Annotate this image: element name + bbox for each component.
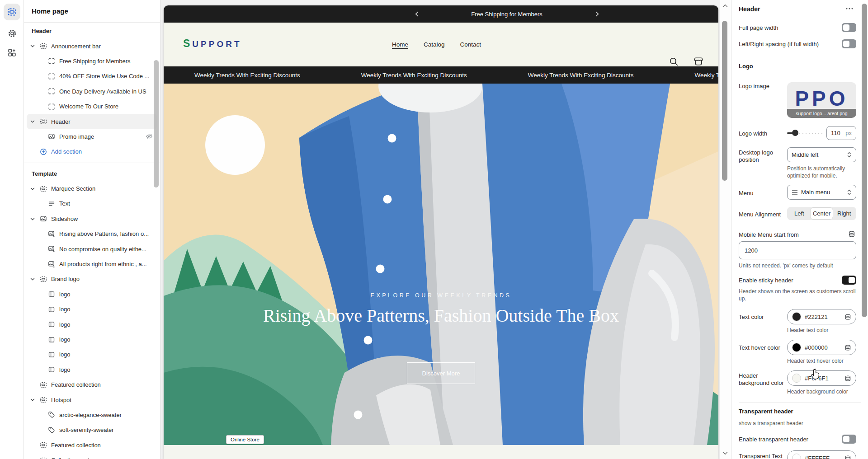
logo-width-slider[interactable] <box>787 130 824 136</box>
tree-item[interactable]: Featured collection <box>27 438 157 453</box>
overflow-menu-icon[interactable] <box>845 7 854 10</box>
full-page-width-toggle[interactable] <box>842 23 856 32</box>
tree-item[interactable]: Header <box>27 114 157 129</box>
dynamic-source-icon[interactable] <box>844 314 851 320</box>
rail-settings-button[interactable] <box>4 25 20 42</box>
site-logo-first-letter: S <box>183 37 192 49</box>
tree-item[interactable]: All products right from ethnic , a... <box>27 257 157 272</box>
hotspot-dot[interactable] <box>388 134 396 143</box>
shop-account-icon[interactable] <box>693 56 703 66</box>
tree-item[interactable]: No compromise on quality eithe... <box>27 241 157 256</box>
tree-item[interactable]: Featured collection <box>27 377 157 392</box>
tree-item-label: Free Shipping for Members <box>59 58 131 65</box>
tree-item[interactable]: Collections category <box>27 453 157 459</box>
menu-select[interactable]: Main menu <box>787 185 856 200</box>
eye-off-icon[interactable] <box>146 133 153 140</box>
tree-item-label: soft-serenity-sweater <box>59 426 114 433</box>
enable-transparent-toggle[interactable] <box>842 435 856 444</box>
tree-item[interactable]: Rising above Patterns, fashion o... <box>27 226 157 241</box>
tree-item[interactable]: Marquee Section <box>27 181 157 196</box>
nav-link[interactable]: Catalog <box>424 41 445 48</box>
panel-scrollbar-thumb[interactable] <box>862 4 867 317</box>
header-bg-color-field[interactable]: #F6F6F1 <box>787 370 856 386</box>
preview-scrollbar-thumb[interactable] <box>722 21 727 181</box>
scroll-up-icon[interactable] <box>722 4 728 8</box>
tree-item[interactable]: logo <box>27 302 157 317</box>
transparent-header-desc: show a transparent header <box>739 420 861 427</box>
lr-spacing-toggle[interactable] <box>842 39 856 48</box>
tree-item[interactable]: Brand logo <box>27 272 157 286</box>
tree-item[interactable]: logo <box>27 347 157 362</box>
hotspot-dot[interactable] <box>376 265 385 273</box>
chevron-down-icon[interactable] <box>29 396 36 403</box>
text-color-field[interactable]: #222121 <box>787 309 856 324</box>
announcement-bar[interactable]: Free Shipping for Members <box>164 5 718 23</box>
logo-image-thumbnail[interactable]: PPO support-logo... arent.png <box>787 82 856 118</box>
mobile-menu-input[interactable] <box>739 241 856 259</box>
chevron-down-icon[interactable] <box>29 185 36 192</box>
hotspot-dot[interactable] <box>364 336 373 345</box>
tree-item[interactable]: logo <box>27 362 157 377</box>
transparent-text-color-field[interactable]: #FFFFFF <box>787 450 856 459</box>
tree-item[interactable]: Slideshow <box>27 211 157 226</box>
tree-group-header-items: Announcement bar Free Shipping for Membe… <box>24 38 160 159</box>
announcement-next-icon[interactable] <box>594 11 600 17</box>
tree-item-label: Hotspot <box>51 397 71 403</box>
segment-option[interactable]: Right <box>833 208 855 219</box>
hotspot-dot[interactable] <box>383 195 392 204</box>
tree-item[interactable]: Welcome To Our Store <box>27 99 157 114</box>
column-icon <box>48 306 55 313</box>
tree-item[interactable]: soft-serenity-sweater <box>27 422 157 437</box>
desktop-logo-position-select[interactable]: Middle left <box>787 147 856 162</box>
tree-item[interactable]: Promo image <box>27 129 157 144</box>
column-icon <box>48 336 55 343</box>
rail-sections-button[interactable] <box>4 4 20 20</box>
announcement-prev-icon[interactable] <box>414 11 420 17</box>
segment-option[interactable]: Center <box>811 208 833 219</box>
logo-image-label: Logo image <box>739 83 785 90</box>
tree-group-label-header: Header <box>24 23 160 38</box>
slider-handle[interactable] <box>792 130 798 136</box>
tree-item[interactable]: One Day Delivery Available in US <box>27 84 157 99</box>
nav-link[interactable]: Contact <box>460 41 481 48</box>
hotspot-dot[interactable] <box>354 411 363 419</box>
tree-item-label: Rising above Patterns, fashion o... <box>59 230 149 237</box>
sidebar-scrollbar-thumb[interactable] <box>154 60 159 187</box>
updown-caret-icon <box>847 151 852 158</box>
chevron-down-icon[interactable] <box>29 42 36 50</box>
site-logo[interactable]: SUPPORT <box>183 37 242 50</box>
search-icon[interactable] <box>669 56 679 66</box>
chevron-down-icon[interactable] <box>29 457 36 459</box>
tree-item[interactable]: logo <box>27 287 157 302</box>
nav-link[interactable]: Home <box>392 41 408 48</box>
tree-item[interactable]: Add section <box>27 144 157 159</box>
transparent-text-label: Transparent Text <box>739 453 785 459</box>
panel-title: Header <box>739 5 760 13</box>
dynamic-source-icon[interactable] <box>848 230 855 238</box>
page-title: Home page <box>24 0 160 23</box>
hero-title: Rising Above Patterns, Fashion Outside T… <box>164 305 718 326</box>
logo-width-value[interactable]: 110 px <box>826 126 856 140</box>
chevron-down-icon[interactable] <box>29 276 36 283</box>
tree-item[interactable]: Text <box>27 196 157 211</box>
hero-discover-button[interactable]: Discover More <box>407 362 475 384</box>
dynamic-source-icon[interactable] <box>844 375 851 382</box>
menu-alignment-label: Menu Alignment <box>739 211 788 218</box>
tree-item[interactable]: 40% OFF Store Wide Use Code ... <box>27 69 157 84</box>
tree-item[interactable]: logo <box>27 332 157 347</box>
chevron-down-icon[interactable] <box>29 118 36 125</box>
preview-scrollbar[interactable] <box>720 0 731 459</box>
rail-apps-button[interactable] <box>4 44 20 61</box>
dynamic-source-icon[interactable] <box>844 455 851 459</box>
tree-item[interactable]: Free Shipping for Members <box>27 54 157 69</box>
chevron-down-icon[interactable] <box>29 215 36 223</box>
tree-item[interactable]: logo <box>27 317 157 332</box>
scroll-down-icon[interactable] <box>722 451 728 455</box>
dynamic-source-icon[interactable] <box>844 344 851 351</box>
sticky-header-toggle[interactable] <box>842 276 856 285</box>
text-hover-color-field[interactable]: #000000 <box>787 340 856 355</box>
tree-item[interactable]: arctic-elegance-sweater <box>27 407 157 422</box>
tree-item[interactable]: Hotspot <box>27 392 157 407</box>
tree-item[interactable]: Announcement bar <box>27 38 157 53</box>
segment-option[interactable]: Left <box>788 208 811 219</box>
